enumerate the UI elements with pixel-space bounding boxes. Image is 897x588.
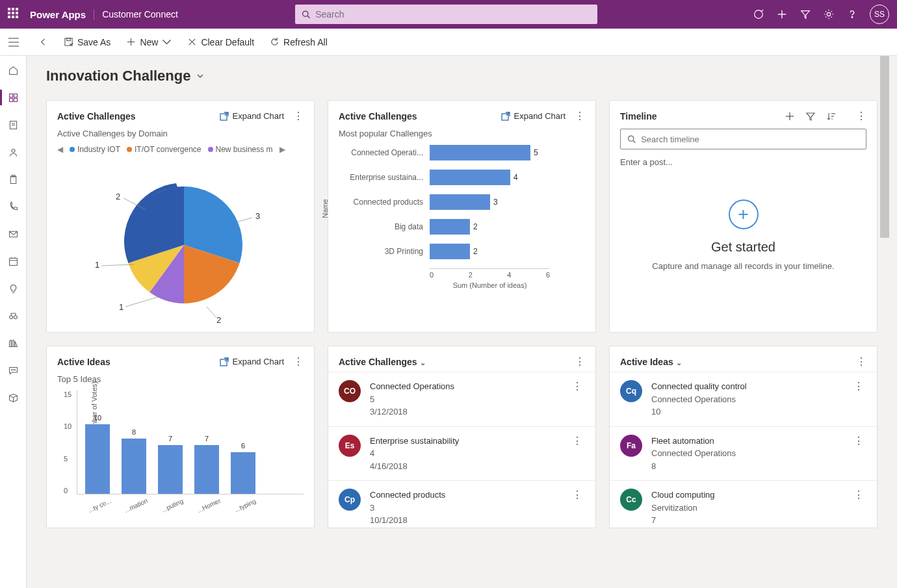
svg-point-7 <box>852 17 852 18</box>
refresh-all-button[interactable]: Refresh All <box>265 33 333 51</box>
search-icon <box>302 10 310 19</box>
clear-default-button[interactable]: Clear Default <box>182 33 259 51</box>
gear-icon[interactable] <box>823 8 835 20</box>
header-actions: SS <box>753 5 889 24</box>
svg-rect-12 <box>67 38 71 41</box>
app-context: Customer Connect <box>94 9 178 19</box>
chevron-down-icon <box>162 37 172 47</box>
add-icon[interactable] <box>776 8 788 20</box>
svg-point-6 <box>827 12 830 16</box>
nav-toggle[interactable] <box>0 29 27 56</box>
app-name: Power Apps <box>30 9 94 20</box>
global-search[interactable] <box>295 5 597 24</box>
app-launcher-icon[interactable] <box>8 8 21 21</box>
help-icon[interactable] <box>846 8 858 20</box>
global-header: Power Apps Customer Connect SS <box>0 0 897 29</box>
command-bar: Save As New Clear Default Refresh All <box>27 29 897 56</box>
target-icon[interactable] <box>753 8 764 20</box>
save-as-button[interactable]: Save As <box>58 33 116 51</box>
filter-icon[interactable] <box>800 8 811 20</box>
new-button[interactable]: New <box>121 33 177 51</box>
avatar[interactable]: SS <box>870 5 889 24</box>
svg-point-0 <box>303 11 308 16</box>
svg-line-1 <box>307 16 309 18</box>
search-input[interactable] <box>315 9 591 19</box>
back-button[interactable] <box>33 33 53 51</box>
